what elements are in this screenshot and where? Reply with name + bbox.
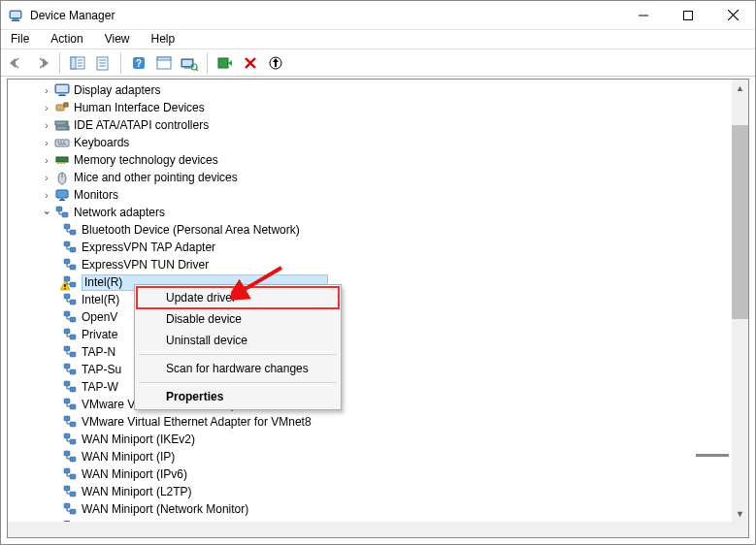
tree-item[interactable]: ExpressVPN TUN Driver (8, 256, 732, 273)
device-tree[interactable]: › Display adapters › Human Interface Dev… (8, 80, 732, 522)
network-adapter-icon (62, 240, 78, 255)
expand-toggle[interactable]: › (41, 85, 52, 96)
tree-label: Intel(R) (82, 293, 125, 306)
tree-label: Mice and other pointing devices (74, 171, 244, 184)
tree-label: TAP-N (82, 345, 121, 359)
network-adapter-icon (62, 292, 78, 307)
menu-view[interactable]: View (101, 32, 134, 48)
tree-item-selected[interactable]: Intel(R) (8, 273, 732, 291)
tree-label: ExpressVPN TUN Driver (82, 258, 214, 272)
tree-item[interactable]: WAN Miniport (Network Monitor) (8, 500, 732, 518)
expand-toggle[interactable]: › (41, 103, 52, 113)
tree-category[interactable]: › Memory technology devices (8, 151, 732, 169)
vertical-scrollbar[interactable]: ▲ ▼ (732, 80, 748, 522)
tree-item[interactable]: Bluetooth Device (Personal Area Network) (8, 221, 732, 239)
ctx-disable-device[interactable]: Disable device (137, 308, 339, 330)
update-driver-button[interactable] (264, 51, 287, 75)
svg-rect-22 (182, 60, 192, 66)
network-adapter-icon (62, 466, 78, 482)
ide-icon (54, 117, 70, 133)
network-adapter-icon (62, 362, 78, 377)
expand-toggle[interactable]: › (41, 190, 52, 201)
properties-button[interactable] (91, 51, 115, 75)
expand-toggle[interactable]: › (41, 138, 52, 148)
tree-label: Private (82, 328, 123, 341)
svg-rect-2 (13, 18, 18, 20)
maximize-button[interactable] (666, 1, 710, 30)
network-adapter-icon (62, 432, 78, 447)
tree-label: Intel(R) (84, 275, 128, 290)
ctx-properties[interactable]: Properties (137, 386, 339, 407)
forward-button[interactable] (30, 51, 53, 75)
network-adapter-icon (62, 397, 78, 412)
tree-label: Network adapters (74, 206, 171, 219)
toolbar-separator (120, 52, 121, 74)
tree-item[interactable]: VMware Virtual Ethernet Adapter for VMne… (8, 413, 732, 431)
close-button[interactable] (710, 1, 755, 30)
tree-category[interactable]: › Monitors (8, 186, 732, 204)
ctx-uninstall-device[interactable]: Uninstall device (137, 330, 339, 351)
tree-item[interactable]: Private (8, 326, 732, 343)
scroll-track[interactable] (732, 319, 748, 505)
network-adapter-icon (62, 327, 78, 342)
tree-label: Human Interface Devices (74, 101, 211, 114)
tree-category[interactable]: › Keyboards (8, 134, 732, 151)
ctx-scan-hardware[interactable]: Scan for hardware changes (137, 358, 339, 379)
tree-label: WAN Miniport (IP) (82, 450, 181, 464)
enable-device-button[interactable] (214, 51, 237, 75)
tree-item[interactable]: WAN Miniport (IP) (8, 448, 732, 465)
network-adapter-icon (62, 414, 78, 430)
tree-label: WAN Miniport (IPv6) (82, 467, 193, 481)
tree-item[interactable]: VMware Virtual Ethernet Adapter for VMne… (8, 396, 732, 413)
tree-category[interactable]: › Human Interface Devices (8, 99, 732, 116)
tree-label: WAN Miniport (L2TP) (82, 485, 198, 498)
tree-item[interactable]: WAN Miniport (IKEv2) (8, 431, 732, 448)
menu-file[interactable]: File (7, 32, 33, 48)
scan-hardware-button[interactable] (178, 51, 201, 75)
window-title: Device Manager (30, 9, 621, 22)
tree-category[interactable]: › Display adapters (8, 81, 732, 99)
minimize-button[interactable] (621, 1, 666, 30)
mouse-icon (54, 170, 70, 185)
scroll-up-button[interactable]: ▲ (732, 80, 748, 96)
expand-toggle[interactable]: › (41, 155, 52, 166)
collapse-toggle[interactable]: › (42, 207, 52, 218)
action-button[interactable] (152, 51, 176, 75)
tree-label: WAN Miniport (Network Monitor) (82, 502, 254, 516)
tree-item[interactable]: WAN Miniport (L2TP) (8, 483, 732, 500)
back-button[interactable] (5, 51, 28, 75)
svg-rect-1 (11, 12, 20, 17)
horizontal-scrollbar[interactable] (8, 522, 732, 537)
tree-item[interactable]: TAP-W (8, 378, 732, 396)
toolbar-separator (207, 52, 208, 74)
tree-label: IDE ATA/ATAPI controllers (74, 118, 214, 132)
tree-label: OpenV (82, 310, 123, 324)
help-button[interactable]: ? (127, 51, 150, 75)
context-menu: Update driver Disable device Uninstall d… (134, 284, 342, 410)
svg-line-25 (196, 69, 198, 71)
expand-toggle[interactable]: › (41, 120, 52, 131)
tree-item[interactable]: TAP-Su (8, 361, 732, 378)
tree-item[interactable]: ExpressVPN TAP Adapter (8, 239, 732, 256)
display-adapters-icon (54, 82, 70, 98)
tree-label: Memory technology devices (74, 153, 224, 167)
scroll-thumb[interactable] (732, 125, 748, 319)
tree-item[interactable]: Intel(R) (8, 291, 732, 308)
tree-item[interactable]: TAP-N (8, 343, 732, 361)
menu-action[interactable]: Action (47, 32, 86, 48)
tree-item[interactable]: WAN Miniport (IPv6) (8, 465, 732, 483)
menubar: File Action View Help (1, 30, 755, 49)
tree-item[interactable]: OpenV (8, 308, 732, 326)
tree-label: WAN Miniport (IKEv2) (82, 433, 201, 446)
tree-category[interactable]: › IDE ATA/ATAPI controllers (8, 116, 732, 134)
ctx-update-driver[interactable]: Update driver (137, 287, 339, 308)
expand-toggle[interactable]: › (41, 173, 52, 183)
menu-help[interactable]: Help (148, 32, 180, 48)
tree-category-network[interactable]: › Network adapters (8, 204, 732, 221)
monitor-icon (54, 187, 70, 203)
toolbar-separator (59, 52, 60, 74)
scroll-down-button[interactable]: ▼ (732, 505, 748, 522)
show-hide-tree-button[interactable] (66, 51, 89, 75)
uninstall-device-button[interactable] (239, 51, 262, 75)
tree-category[interactable]: › Mice and other pointing devices (8, 169, 732, 186)
